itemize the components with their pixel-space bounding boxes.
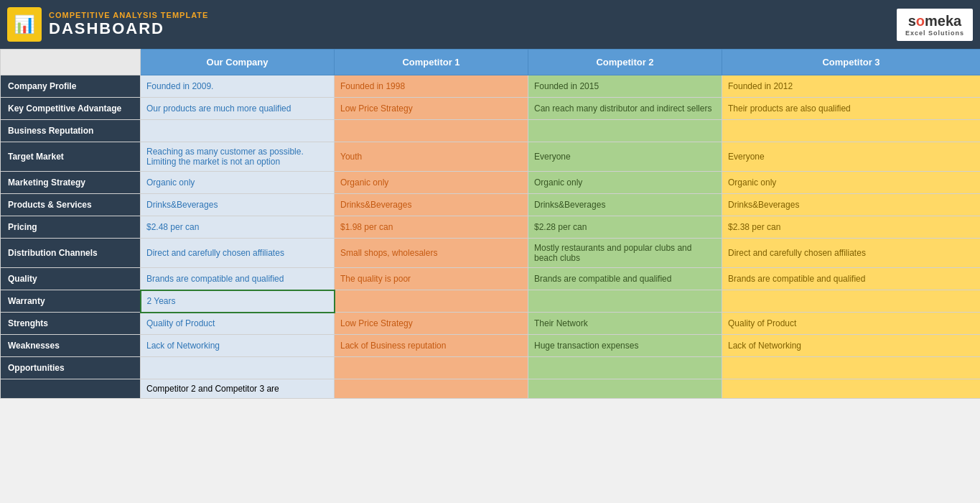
row-label: Quality bbox=[1, 268, 141, 290]
table-container: Our Company Competitor 1 Competitor 2 Co… bbox=[0, 49, 980, 503]
cell-competitor3 bbox=[722, 379, 981, 399]
cell-competitor3 bbox=[722, 290, 981, 313]
cell-competitor2: Founded in 2015 bbox=[528, 75, 722, 98]
header-subtitle: COMPETITIVE ANALYSIS TEMPLATE bbox=[49, 11, 208, 19]
row-label: Strenghts bbox=[1, 313, 141, 335]
cell-competitor1 bbox=[335, 290, 528, 313]
cell-competitor2: Drinks&Beverages bbox=[528, 194, 722, 216]
row-label: Pricing bbox=[1, 216, 141, 239]
cell-our-company: Drinks&Beverages bbox=[141, 194, 335, 216]
cell-our-company: Competitor 2 and Competitor 3 are bbox=[141, 379, 335, 399]
cell-competitor2: Huge transaction expenses bbox=[528, 335, 722, 357]
row-label: Company Profile bbox=[1, 75, 141, 98]
cell-our-company: Our products are much more qualified bbox=[141, 98, 335, 120]
table-row: Products & ServicesDrinks&BeveragesDrink… bbox=[1, 194, 981, 216]
cell-competitor3: Everyone bbox=[722, 142, 981, 172]
cell-competitor1: Youth bbox=[335, 142, 528, 172]
cell-our-company: Founded in 2009. bbox=[141, 75, 335, 98]
table-row: Competitor 2 and Competitor 3 are bbox=[1, 379, 981, 399]
table-header-row: Our Company Competitor 1 Competitor 2 Co… bbox=[1, 50, 981, 75]
cell-competitor3: Drinks&Beverages bbox=[722, 194, 981, 216]
cell-competitor1: The quality is poor bbox=[335, 268, 528, 290]
table-row: Distribution ChannelsDirect and carefull… bbox=[1, 239, 981, 268]
cell-competitor3: Their products are also qualified bbox=[722, 98, 981, 120]
app-header: 📊 COMPETITIVE ANALYSIS TEMPLATE DASHBOAR… bbox=[0, 0, 980, 49]
cell-competitor3: Quality of Product bbox=[722, 313, 981, 335]
col-header-competitor3: Competitor 3 bbox=[722, 50, 981, 75]
cell-competitor2 bbox=[528, 357, 722, 379]
cell-competitor2: Mostly restaurants and popular clubs and… bbox=[528, 239, 722, 268]
cell-competitor3: Organic only bbox=[722, 172, 981, 194]
cell-competitor1 bbox=[335, 379, 528, 399]
row-label: Marketing Strategy bbox=[1, 172, 141, 194]
cell-competitor1 bbox=[335, 120, 528, 142]
col-header-competitor1: Competitor 1 bbox=[335, 50, 528, 75]
cell-competitor2 bbox=[528, 379, 722, 399]
row-label: Business Reputation bbox=[1, 120, 141, 142]
col-header-competitor2: Competitor 2 bbox=[528, 50, 722, 75]
header-text: COMPETITIVE ANALYSIS TEMPLATE DASHBOARD bbox=[49, 11, 208, 38]
row-label: Products & Services bbox=[1, 194, 141, 216]
cell-competitor1: Low Price Strategy bbox=[335, 313, 528, 335]
col-header-our-company: Our Company bbox=[141, 50, 335, 75]
cell-competitor3: $2.38 per can bbox=[722, 216, 981, 239]
table-row: Opportunities bbox=[1, 357, 981, 379]
cell-competitor2: Brands are compatible and qualified bbox=[528, 268, 722, 290]
app-icon: 📊 bbox=[7, 7, 42, 42]
cell-our-company[interactable]: 2 Years bbox=[141, 290, 335, 313]
cell-competitor1: Low Price Strategy bbox=[335, 98, 528, 120]
row-label: Warranty bbox=[1, 290, 141, 313]
cell-competitor3 bbox=[722, 357, 981, 379]
cell-competitor1: Organic only bbox=[335, 172, 528, 194]
table-row: Company ProfileFounded in 2009.Founded i… bbox=[1, 75, 981, 98]
cell-competitor1: Drinks&Beverages bbox=[335, 194, 528, 216]
cell-competitor1: Small shops, wholesalers bbox=[335, 239, 528, 268]
cell-competitor3: Brands are compatible and qualified bbox=[722, 268, 981, 290]
table-row: Target MarketReaching as many customer a… bbox=[1, 142, 981, 172]
cell-competitor2: Organic only bbox=[528, 172, 722, 194]
cell-competitor3 bbox=[722, 120, 981, 142]
cell-competitor2: Their Network bbox=[528, 313, 722, 335]
table-row: QualityBrands are compatible and qualifi… bbox=[1, 268, 981, 290]
cell-competitor2 bbox=[528, 290, 722, 313]
table-row: StrenghtsQuality of ProductLow Price Str… bbox=[1, 313, 981, 335]
row-label: Weaknesses bbox=[1, 335, 141, 357]
cell-our-company: Organic only bbox=[141, 172, 335, 194]
someka-logo: someka Excel Solutions bbox=[897, 9, 973, 41]
cell-competitor3: Founded in 2012 bbox=[722, 75, 981, 98]
cell-our-company bbox=[141, 120, 335, 142]
cell-competitor1 bbox=[335, 357, 528, 379]
header-left: 📊 COMPETITIVE ANALYSIS TEMPLATE DASHBOAR… bbox=[7, 7, 208, 42]
cell-our-company: Lack of Networking bbox=[141, 335, 335, 357]
cell-competitor1: Founded in 1998 bbox=[335, 75, 528, 98]
row-label bbox=[1, 379, 141, 399]
table-row: Business Reputation bbox=[1, 120, 981, 142]
table-row: Pricing$2.48 per can$1.98 per can$2.28 p… bbox=[1, 216, 981, 239]
header-title: DASHBOARD bbox=[49, 19, 208, 38]
cell-our-company: Reaching as many customer as possible. L… bbox=[141, 142, 335, 172]
cell-competitor1: $1.98 per can bbox=[335, 216, 528, 239]
logo-subtitle: Excel Solutions bbox=[905, 29, 964, 37]
cell-competitor2: $2.28 per can bbox=[528, 216, 722, 239]
cell-competitor2: Can reach many distributor and indirect … bbox=[528, 98, 722, 120]
row-label: Target Market bbox=[1, 142, 141, 172]
table-row: Warranty2 Years bbox=[1, 290, 981, 313]
cell-competitor2 bbox=[528, 120, 722, 142]
col-header-empty bbox=[1, 50, 141, 75]
row-label: Key Competitive Advantage bbox=[1, 98, 141, 120]
cell-competitor1: Lack of Business reputation bbox=[335, 335, 528, 357]
table-row: WeaknessesLack of NetworkingLack of Busi… bbox=[1, 335, 981, 357]
cell-our-company: $2.48 per can bbox=[141, 216, 335, 239]
cell-competitor3: Direct and carefully chosen affiliates bbox=[722, 239, 981, 268]
row-label: Distribution Channels bbox=[1, 239, 141, 268]
cell-our-company: Brands are compatible and qualified bbox=[141, 268, 335, 290]
cell-our-company: Quality of Product bbox=[141, 313, 335, 335]
row-label: Opportunities bbox=[1, 357, 141, 379]
table-row: Key Competitive AdvantageOur products ar… bbox=[1, 98, 981, 120]
cell-our-company: Direct and carefully chosen affiliates bbox=[141, 239, 335, 268]
table-row: Marketing StrategyOrganic onlyOrganic on… bbox=[1, 172, 981, 194]
cell-competitor2: Everyone bbox=[528, 142, 722, 172]
cell-competitor3: Lack of Networking bbox=[722, 335, 981, 357]
cell-our-company bbox=[141, 357, 335, 379]
logo-name: someka bbox=[908, 13, 962, 29]
